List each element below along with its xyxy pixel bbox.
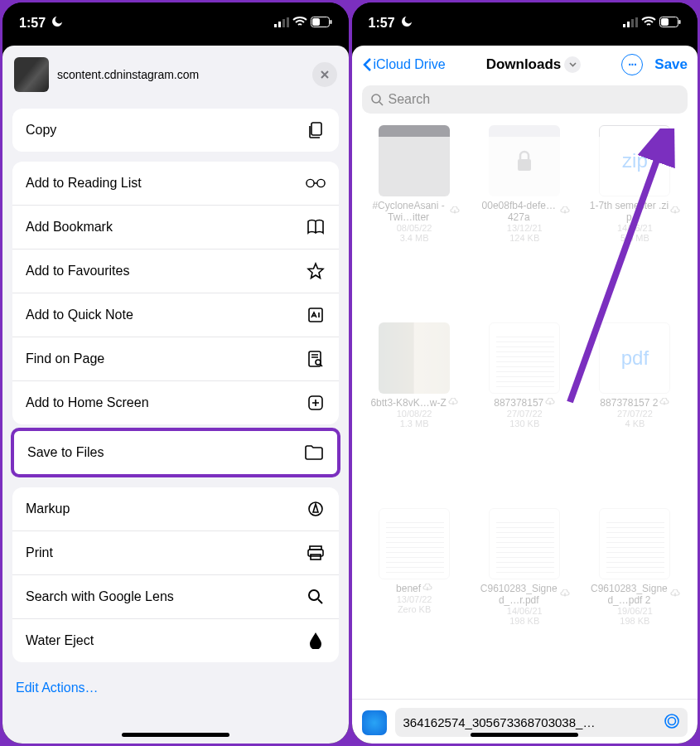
home-indicator[interactable] bbox=[122, 733, 229, 737]
file-item[interactable]: C9610283_Signed_…pdf 219/06/21198 KB bbox=[582, 508, 688, 694]
file-name: C9610283_Signed_…pdf 2 bbox=[589, 583, 680, 606]
book-icon bbox=[306, 217, 326, 237]
file-thumbnail: zip bbox=[599, 125, 670, 196]
file-name: C9610283_Signed_…r.pdf bbox=[479, 583, 570, 606]
save-to-files-label: Save to Files bbox=[27, 445, 104, 460]
home-indicator[interactable] bbox=[471, 733, 578, 737]
more-button[interactable]: ··· bbox=[621, 54, 643, 75]
file-size: 198 KB bbox=[620, 616, 649, 626]
file-item[interactable]: 00e08fb4-defe…427a13/12/21124 KB bbox=[472, 125, 577, 311]
file-item[interactable]: benef13/07/22Zero KB bbox=[362, 508, 467, 694]
file-date: 27/07/22 bbox=[617, 409, 653, 419]
file-item[interactable]: 6btt3-K8vK…w-Z10/08/221.3 MB bbox=[362, 322, 467, 497]
file-date: 19/06/21 bbox=[617, 606, 653, 616]
svg-point-12 bbox=[316, 360, 321, 365]
bookmark-action-label: Add Bookmark bbox=[26, 220, 113, 235]
svg-rect-22 bbox=[635, 17, 638, 27]
print-action[interactable]: Print bbox=[12, 531, 339, 575]
file-size: 5.5 MB bbox=[620, 233, 649, 243]
svg-rect-0 bbox=[274, 24, 277, 27]
copy-action[interactable]: Copy bbox=[12, 109, 339, 152]
print-action-label: Print bbox=[26, 545, 53, 560]
file-date: 27/07/22 bbox=[507, 409, 543, 419]
close-button[interactable] bbox=[312, 62, 337, 87]
svg-point-18 bbox=[309, 590, 319, 600]
file-thumbnail bbox=[489, 322, 560, 394]
quick-note-action[interactable]: Add to Quick Note bbox=[12, 293, 339, 337]
file-item[interactable]: 88737815727/07/22130 KB bbox=[472, 322, 577, 497]
clear-icon[interactable] bbox=[664, 714, 679, 731]
file-date: 13/07/22 bbox=[397, 594, 432, 604]
files-nav: iCloud Drive Downloads ··· Save bbox=[352, 46, 698, 82]
edit-actions-link[interactable]: Edit Actions… bbox=[2, 667, 349, 709]
svg-rect-20 bbox=[627, 22, 630, 27]
svg-rect-7 bbox=[311, 123, 321, 135]
file-size: 4 KB bbox=[625, 419, 644, 429]
cloud-icon bbox=[545, 398, 555, 408]
back-label: iCloud Drive bbox=[374, 57, 446, 72]
status-time: 1:57 bbox=[19, 16, 46, 31]
chevron-down-icon bbox=[564, 56, 581, 73]
search-icon bbox=[306, 587, 326, 607]
file-item[interactable]: zip1-7th semester .zip14/06/215.5 MB bbox=[582, 125, 688, 311]
glasses-icon bbox=[306, 173, 326, 193]
file-name: 6btt3-K8vK…w-Z bbox=[370, 397, 457, 409]
google-lens-action[interactable]: Search with Google Lens bbox=[12, 575, 339, 619]
wifi-icon bbox=[292, 16, 307, 31]
google-lens-action-label: Search with Google Lens bbox=[26, 589, 174, 604]
addsquare-icon bbox=[306, 393, 326, 413]
file-name: 887378157 bbox=[494, 397, 555, 409]
svg-rect-3 bbox=[287, 17, 289, 27]
file-name: #CycloneAsani - Twi…itter bbox=[369, 200, 460, 223]
back-button[interactable]: iCloud Drive bbox=[362, 57, 446, 72]
file-item[interactable]: #CycloneAsani - Twi…itter08/05/223.4 MB bbox=[362, 125, 467, 311]
file-name: 887378157 2 bbox=[600, 397, 669, 409]
quicknote-icon bbox=[306, 305, 326, 325]
svg-rect-17 bbox=[311, 555, 321, 560]
file-thumbnail bbox=[379, 508, 450, 579]
file-name: benef bbox=[396, 583, 432, 594]
bookmark-action[interactable]: Add Bookmark bbox=[12, 206, 339, 249]
cloud-icon bbox=[670, 589, 680, 599]
file-item[interactable]: C9610283_Signed_…r.pdf14/06/21198 KB bbox=[472, 508, 577, 694]
markup-action[interactable]: Markup bbox=[12, 487, 339, 531]
findpage-icon bbox=[306, 349, 326, 369]
file-date: 13/12/21 bbox=[507, 223, 543, 233]
share-url: scontent.cdninstagram.com bbox=[57, 68, 304, 81]
svg-rect-6 bbox=[330, 20, 331, 24]
search-input[interactable]: Search bbox=[362, 85, 688, 114]
find-on-page-action[interactable]: Find on Page bbox=[12, 337, 339, 381]
save-button[interactable]: Save bbox=[654, 56, 688, 73]
cloud-icon bbox=[560, 206, 570, 216]
folder-icon bbox=[304, 443, 324, 463]
folder-title[interactable]: Downloads bbox=[452, 56, 616, 73]
battery-icon bbox=[659, 16, 681, 31]
signal-icon bbox=[274, 16, 289, 31]
signal-icon bbox=[623, 16, 638, 31]
star-icon bbox=[306, 261, 326, 281]
svg-rect-1 bbox=[278, 22, 281, 27]
reading-list-action[interactable]: Add to Reading List bbox=[12, 162, 339, 206]
svg-rect-2 bbox=[282, 19, 285, 27]
cloud-icon bbox=[448, 398, 458, 408]
left-phone-share-sheet: 1:57 scontent.cdninstagram.com Copy Add … bbox=[2, 2, 349, 744]
file-thumbnail bbox=[599, 508, 670, 579]
svg-point-29 bbox=[669, 718, 676, 725]
file-date: 08/05/22 bbox=[397, 223, 432, 233]
svg-rect-25 bbox=[679, 20, 681, 24]
cloud-icon bbox=[422, 584, 432, 593]
save-to-files-action[interactable]: Save to Files bbox=[14, 431, 337, 474]
home-screen-action[interactable]: Add to Home Screen bbox=[12, 381, 339, 424]
file-name: 1-7th semester .zip bbox=[589, 200, 680, 223]
svg-rect-24 bbox=[661, 18, 669, 26]
search-icon bbox=[370, 93, 384, 106]
water-eject-action[interactable]: Water Eject bbox=[12, 619, 339, 662]
file-item[interactable]: pdf887378157 227/07/224 KB bbox=[582, 322, 688, 497]
favourites-action[interactable]: Add to Favourites bbox=[12, 249, 339, 293]
file-size: Zero KB bbox=[398, 604, 431, 614]
save-to-files-highlight: Save to Files bbox=[11, 428, 340, 477]
safari-icon bbox=[362, 710, 387, 735]
cloud-icon bbox=[560, 589, 570, 599]
home-screen-action-label: Add to Home Screen bbox=[26, 395, 149, 410]
file-date: 14/06/21 bbox=[617, 223, 653, 233]
